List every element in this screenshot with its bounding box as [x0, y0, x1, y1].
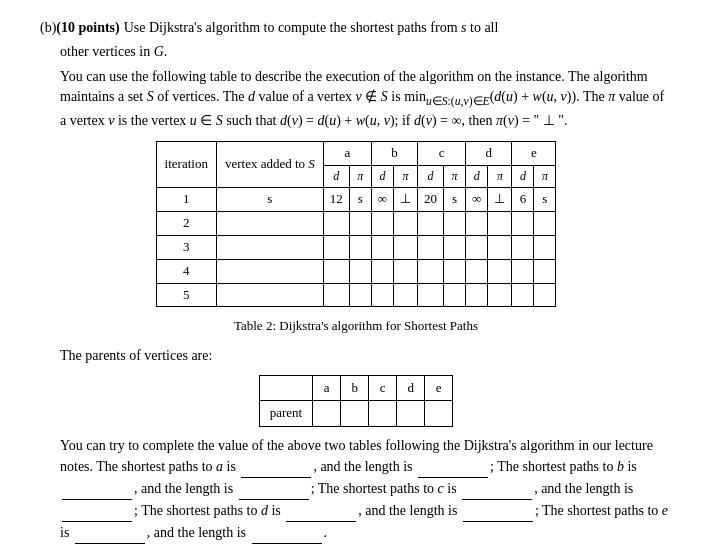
row2-a-pi [349, 211, 371, 235]
sub-d-d: d [466, 165, 488, 187]
row5-e-pi [534, 283, 556, 307]
row2-vertex [216, 211, 323, 235]
footer-and-length-b: , and the length is [134, 481, 237, 496]
footer-and-length-c: , and the length is [534, 481, 633, 496]
row3-b-pi [394, 235, 418, 259]
sub-b-d: d [371, 165, 393, 187]
other-vertices-line: other vertices in G. [60, 42, 672, 62]
blank-d-len [463, 500, 533, 522]
row5-c-d [418, 283, 444, 307]
row4-b-d [371, 259, 393, 283]
row2-c-pi [444, 211, 466, 235]
sub-c-pi: π [444, 165, 466, 187]
row4-c-pi [444, 259, 466, 283]
blank-b-len [239, 478, 309, 500]
col-b: b [371, 141, 417, 165]
row4-iter: 4 [156, 259, 216, 283]
footer-and-length-d: , and the length is [358, 503, 461, 518]
row4-a-d [323, 259, 349, 283]
blank-a-len [418, 456, 488, 478]
row5-a-d [323, 283, 349, 307]
row4-e-d [512, 259, 534, 283]
col-vertex-added: vertex added to S [216, 141, 323, 187]
blank-e-len [252, 522, 322, 544]
row1-vertex: s [216, 188, 323, 212]
part-label-line: (b) (10 points) Use Dijkstra's algorithm… [40, 18, 672, 38]
row3-c-pi [444, 235, 466, 259]
row5-d-pi [488, 283, 512, 307]
row5-iter: 5 [156, 283, 216, 307]
row2-e-pi [534, 211, 556, 235]
parent-d [397, 401, 425, 427]
row2-c-d [418, 211, 444, 235]
footer-period: . [324, 525, 328, 540]
footer-semi3: ; The shortest paths to d is [134, 503, 284, 518]
table-row: 4 [156, 259, 556, 283]
col-c: c [418, 141, 466, 165]
parent-col-d: d [397, 375, 425, 401]
parent-table-wrap: a b c d e parent [40, 375, 672, 428]
table-row: 2 [156, 211, 556, 235]
table-caption: Table 2: Dijkstra's algorithm for Shorte… [40, 317, 672, 336]
row4-e-pi [534, 259, 556, 283]
footer-semi1: ; The shortest paths to b is [490, 459, 637, 474]
parent-c [369, 401, 397, 427]
col-iteration: iteration [156, 141, 216, 187]
row2-b-d [371, 211, 393, 235]
row5-d-d [466, 283, 488, 307]
table-header-row: iteration vertex added to S a b c d e [156, 141, 556, 165]
parent-header-row: a b c d e [259, 375, 452, 401]
part-container: (b) (10 points) Use Dijkstra's algorithm… [40, 18, 672, 544]
blank-c-len [62, 500, 132, 522]
row4-d-d [466, 259, 488, 283]
row4-b-pi [394, 259, 418, 283]
row1-d-d: ∞ [466, 188, 488, 212]
row1-b-d: ∞ [371, 188, 393, 212]
part-letter: (b) [40, 18, 56, 38]
sub-e-d: d [512, 165, 534, 187]
row3-e-d [512, 235, 534, 259]
row4-d-pi [488, 259, 512, 283]
parent-col-b: b [341, 375, 369, 401]
footer-text: You can try to complete the value of the… [60, 435, 672, 544]
row5-b-pi [394, 283, 418, 307]
row2-d-d [466, 211, 488, 235]
blank-d-path [286, 500, 356, 522]
blank-c-path [462, 478, 532, 500]
parents-title: The parents of vertices are: [60, 346, 672, 366]
row2-b-pi [394, 211, 418, 235]
col-a: a [323, 141, 371, 165]
row3-d-d [466, 235, 488, 259]
row3-iter: 3 [156, 235, 216, 259]
row5-vertex [216, 283, 323, 307]
sub-c-d: d [418, 165, 444, 187]
row1-b-pi: ⊥ [394, 188, 418, 212]
blank-e-path [75, 522, 145, 544]
row3-b-d [371, 235, 393, 259]
row4-c-d [418, 259, 444, 283]
sub-b-pi: π [394, 165, 418, 187]
footer-and-length-e: , and the length is [147, 525, 250, 540]
row3-d-pi [488, 235, 512, 259]
footer-semi2: ; The shortest paths to c is [311, 481, 460, 496]
blank-a-path [241, 456, 311, 478]
row5-a-pi [349, 283, 371, 307]
row1-c-pi: s [444, 188, 466, 212]
row5-e-d [512, 283, 534, 307]
part-desc: Use Dijkstra's algorithm to compute the … [124, 18, 499, 38]
row4-vertex [216, 259, 323, 283]
parent-col-a: a [313, 375, 341, 401]
blank-b-path [62, 478, 132, 500]
row1-iter: 1 [156, 188, 216, 212]
sub-e-pi: π [534, 165, 556, 187]
row2-a-d [323, 211, 349, 235]
col-d: d [466, 141, 512, 165]
parent-table: a b c d e parent [259, 375, 453, 428]
parent-data-row: parent [259, 401, 452, 427]
row3-c-d [418, 235, 444, 259]
row1-e-pi: s [534, 188, 556, 212]
row1-a-d: 12 [323, 188, 349, 212]
row3-a-d [323, 235, 349, 259]
parent-e [425, 401, 453, 427]
row1-d-pi: ⊥ [488, 188, 512, 212]
